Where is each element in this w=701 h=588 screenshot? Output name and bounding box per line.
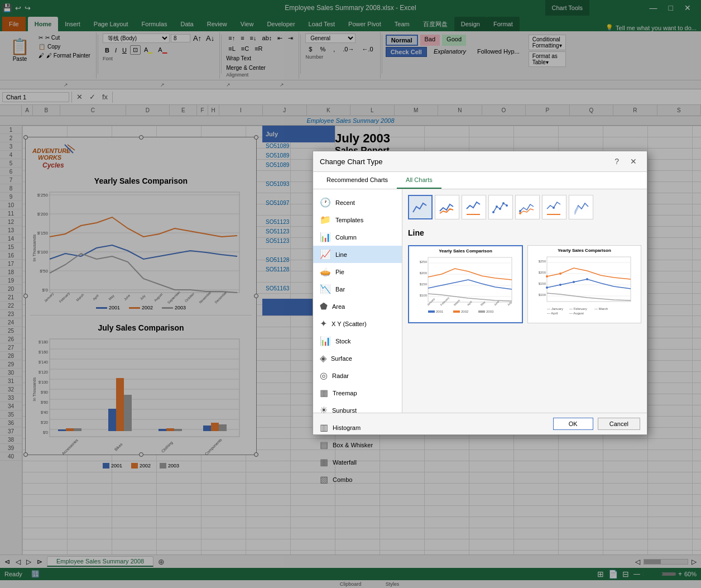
- svg-point-76: [553, 207, 555, 209]
- svg-point-112: [586, 278, 588, 280]
- svg-text:— April: — April: [547, 312, 558, 315]
- svg-rect-98: [478, 310, 485, 313]
- svg-point-113: [546, 275, 548, 278]
- type-histogram[interactable]: ▥ Histogram: [313, 419, 402, 436]
- dialog-help-btn[interactable]: ?: [611, 156, 622, 167]
- radar-icon: ◎: [320, 370, 328, 381]
- chart-previews: Yearly Sales Comparison $250 $200 $150 $…: [408, 245, 641, 323]
- svg-text:2003: 2003: [486, 310, 494, 313]
- svg-point-71: [499, 208, 501, 210]
- type-waterfall[interactable]: ▦ Waterfall: [313, 453, 402, 471]
- dialog-title: Change Chart Type: [320, 157, 383, 166]
- svg-rect-100: [547, 257, 631, 302]
- line-subtype-7[interactable]: [569, 195, 593, 219]
- svg-text:$150: $150: [420, 283, 428, 286]
- type-pie[interactable]: 🥧 Pie: [313, 263, 402, 280]
- svg-text:$250: $250: [420, 260, 428, 264]
- svg-point-111: [573, 281, 575, 283]
- svg-text:$250: $250: [539, 260, 546, 263]
- line-subtype-5[interactable]: [515, 195, 540, 219]
- dialog-controls[interactable]: ? ✕: [611, 156, 640, 167]
- chart-preview-2[interactable]: Yearly Sales Comparison $250 $200 $150 $…: [527, 245, 641, 323]
- svg-rect-96: [453, 310, 460, 313]
- svg-text:— February: — February: [569, 307, 587, 310]
- type-column[interactable]: 📊 Column: [313, 228, 402, 246]
- type-line[interactable]: 📈 Line: [313, 246, 402, 263]
- type-bar[interactable]: 📉 Bar: [313, 280, 402, 298]
- type-box-whisker[interactable]: ▤ Box & Whisker: [313, 436, 402, 453]
- recommended-charts-tab[interactable]: Recommended Charts: [318, 172, 397, 189]
- svg-rect-78: [428, 257, 512, 302]
- ok-button[interactable]: OK: [553, 418, 593, 430]
- type-recent[interactable]: 🕐 Recent: [313, 194, 402, 211]
- chart-types-panel: 🕐 Recent 📁 Templates 📊 Column 📈 Line 🥧: [313, 189, 402, 413]
- svg-point-73: [506, 204, 508, 207]
- pie-icon: 🥧: [320, 266, 331, 277]
- svg-text:2001: 2001: [436, 310, 444, 313]
- svg-text:$200: $200: [420, 271, 428, 275]
- change-chart-type-dialog: Change Chart Type ? ✕ Recommended Charts…: [313, 151, 647, 435]
- svg-rect-94: [428, 310, 435, 313]
- line-subtype-6[interactable]: [542, 195, 566, 219]
- templates-icon: 📁: [320, 214, 331, 225]
- svg-point-75: [519, 212, 521, 214]
- type-sunburst[interactable]: ☀ Sunburst: [313, 401, 402, 419]
- line-subtype-3[interactable]: [462, 195, 486, 219]
- type-combo[interactable]: ▧ Combo: [313, 471, 402, 488]
- svg-point-114: [559, 273, 561, 275]
- line-subtypes-row: [408, 195, 641, 219]
- type-scatter[interactable]: ✦ X Y (Scatter): [313, 315, 402, 332]
- type-surface[interactable]: ◈ Surface: [313, 350, 402, 367]
- bar-icon: 📉: [320, 284, 331, 294]
- all-charts-tab[interactable]: All Charts: [397, 172, 441, 189]
- type-treemap[interactable]: ▦ Treemap: [313, 384, 402, 401]
- line-subtype-1[interactable]: [408, 195, 433, 219]
- histogram-icon: ▥: [320, 422, 328, 433]
- svg-text:$200: $200: [539, 271, 546, 274]
- line-subtype-2[interactable]: [435, 195, 459, 219]
- surface-icon: ◈: [320, 353, 327, 364]
- svg-point-74: [519, 210, 521, 212]
- svg-text:$150: $150: [539, 282, 546, 285]
- dialog-body: 🕐 Recent 📁 Templates 📊 Column 📈 Line 🥧: [313, 189, 647, 413]
- waterfall-icon: ▦: [320, 457, 328, 467]
- svg-text:$100: $100: [539, 293, 546, 297]
- box-whisker-icon: ▤: [320, 439, 328, 450]
- type-templates[interactable]: 📁 Templates: [313, 211, 402, 228]
- dialog-overlay: Change Chart Type ? ✕ Recommended Charts…: [0, 0, 701, 580]
- svg-point-72: [502, 202, 505, 204]
- stock-icon: 📊: [320, 336, 331, 346]
- line-subtype-4[interactable]: [488, 195, 513, 219]
- chart-options-panel: Line Yearly Sales Comparison $250 $200 $…: [402, 189, 647, 413]
- line-section-title: Line: [408, 228, 641, 237]
- scatter-icon: ✦: [320, 318, 327, 329]
- svg-text:— August: — August: [569, 312, 584, 315]
- dialog-top-tabs: Recommended Charts All Charts: [313, 172, 647, 189]
- combo-icon: ▧: [320, 474, 328, 485]
- cancel-button[interactable]: Cancel: [598, 418, 640, 430]
- dialog-close-btn[interactable]: ✕: [627, 156, 640, 167]
- recent-icon: 🕐: [320, 197, 331, 208]
- svg-point-70: [496, 205, 498, 208]
- sunburst-icon: ☀: [320, 405, 328, 415]
- svg-text:$100: $100: [420, 294, 428, 297]
- svg-text:— January: — January: [547, 307, 563, 310]
- column-icon: 📊: [320, 232, 331, 242]
- svg-text:2002: 2002: [461, 310, 469, 313]
- treemap-icon: ▦: [320, 388, 328, 398]
- dialog-titlebar: Change Chart Type ? ✕: [313, 151, 647, 172]
- type-area[interactable]: ⬟ Area: [313, 298, 402, 315]
- type-stock[interactable]: 📊 Stock: [313, 332, 402, 350]
- svg-point-109: [546, 286, 548, 289]
- area-icon: ⬟: [320, 301, 328, 312]
- svg-text:— March: — March: [594, 307, 608, 310]
- svg-point-69: [492, 211, 494, 213]
- line-icon: 📈: [320, 249, 331, 260]
- svg-point-110: [559, 284, 561, 286]
- chart-preview-1[interactable]: Yearly Sales Comparison $250 $200 $150 $…: [408, 245, 523, 323]
- type-radar[interactable]: ◎ Radar: [313, 367, 402, 384]
